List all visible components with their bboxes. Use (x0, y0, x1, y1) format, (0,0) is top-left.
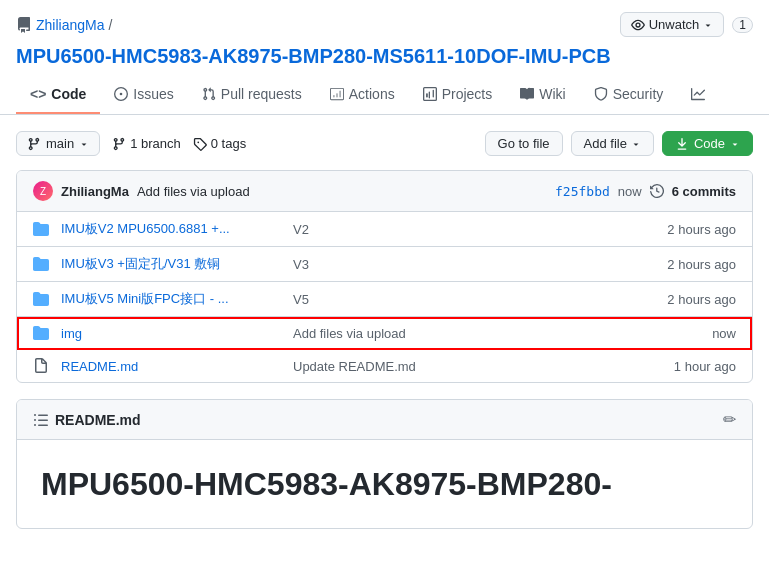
code-icon: <> (30, 86, 46, 102)
security-icon (594, 87, 608, 101)
code-button[interactable]: Code (662, 131, 753, 156)
tab-wiki[interactable]: Wiki (506, 76, 579, 114)
readme-header: README.md ✏ (17, 400, 752, 440)
chevron-add-icon (631, 139, 641, 149)
tag-icon (193, 137, 207, 151)
tab-code-label: Code (51, 86, 86, 102)
unwatch-label: Unwatch (649, 17, 700, 32)
readme-edit-button[interactable]: ✏ (723, 410, 736, 429)
branch-bar: main 1 branch 0 tags Go to file Add file (16, 131, 753, 156)
file-desc-2: V5 (293, 292, 624, 307)
commit-info-right: f25fbbd now 6 commits (555, 184, 736, 199)
folder-icon (33, 291, 49, 307)
file-time-img: now (636, 326, 736, 341)
folder-icon (33, 221, 49, 237)
file-row: IMU板V2 MPU6500.6881 +... V2 2 hours ago (17, 212, 752, 247)
unwatch-group: Unwatch 1 (620, 12, 753, 37)
readme-section: README.md ✏ MPU6500-HMC5983-AK8975-BMP28… (16, 399, 753, 529)
file-row: IMU板V5 Mini版FPC接口 - ... V5 2 hours ago (17, 282, 752, 317)
projects-icon (423, 87, 437, 101)
branch-count-label: 1 branch (130, 136, 181, 151)
unwatch-count: 1 (732, 17, 753, 33)
repo-slash: / (108, 17, 112, 33)
file-icon (33, 358, 49, 374)
tab-insights[interactable] (677, 77, 724, 113)
commit-hash[interactable]: f25fbbd (555, 184, 610, 199)
chevron-code-icon (730, 139, 740, 149)
branch-bar-right: Go to file Add file Code (485, 131, 753, 156)
file-time-2: 2 hours ago (636, 292, 736, 307)
goto-file-button[interactable]: Go to file (485, 131, 563, 156)
branch-count[interactable]: 1 branch (112, 136, 181, 151)
tab-projects[interactable]: Projects (409, 76, 507, 114)
file-time-readme: 1 hour ago (636, 359, 736, 374)
file-row-img: img Add files via upload now (17, 317, 752, 350)
repo-owner[interactable]: ZhiliangMa (36, 17, 104, 33)
readme-heading: MPU6500-HMC5983-AK8975-BMP280- (41, 464, 728, 504)
commits-count: 6 commits (672, 184, 736, 199)
commit-time: now (618, 184, 642, 199)
branch-name: main (46, 136, 74, 151)
file-time-0: 2 hours ago (636, 222, 736, 237)
readme-title: README.md (33, 412, 141, 428)
file-time-1: 2 hours ago (636, 257, 736, 272)
chevron-down-icon (703, 20, 713, 30)
commit-message: Add files via upload (137, 184, 250, 199)
commits-link[interactable]: 6 commits (672, 184, 736, 199)
tab-actions[interactable]: Actions (316, 76, 409, 114)
chevron-branch-icon (79, 139, 89, 149)
branch-count-icon (112, 137, 126, 151)
download-icon (675, 137, 689, 151)
add-file-button[interactable]: Add file (571, 131, 654, 156)
tab-issues-label: Issues (133, 86, 173, 102)
tab-issues[interactable]: Issues (100, 76, 187, 114)
page: ZhiliangMa / Unwatch 1 MPU6500-HMC5983-A… (0, 0, 769, 569)
tab-pullrequests-label: Pull requests (221, 86, 302, 102)
file-desc-img: Add files via upload (293, 326, 624, 341)
nav-tabs: <> Code Issues Pull requests Actions Pro… (16, 76, 753, 114)
file-name-0[interactable]: IMU板V2 MPU6500.6881 +... (61, 220, 281, 238)
tab-security[interactable]: Security (580, 76, 678, 114)
file-row: IMU板V3 +固定孔/V31 敷铜 V3 2 hours ago (17, 247, 752, 282)
commit-author[interactable]: ZhiliangMa (61, 184, 129, 199)
readme-content: MPU6500-HMC5983-AK8975-BMP280- (17, 440, 752, 528)
tag-count-label: 0 tags (211, 136, 246, 151)
tab-wiki-label: Wiki (539, 86, 565, 102)
repo-header: ZhiliangMa / Unwatch 1 MPU6500-HMC5983-A… (0, 0, 769, 115)
branch-icon (27, 137, 41, 151)
unwatch-button[interactable]: Unwatch (620, 12, 725, 37)
repo-content: main 1 branch 0 tags Go to file Add file (0, 115, 769, 545)
folder-icon (33, 256, 49, 272)
history-icon (650, 184, 664, 198)
tab-code[interactable]: <> Code (16, 76, 100, 114)
wiki-icon (520, 87, 534, 101)
folder-img-icon (33, 325, 49, 341)
repo-icon (16, 17, 32, 33)
tag-count[interactable]: 0 tags (193, 136, 246, 151)
list-icon (33, 412, 49, 428)
tab-actions-label: Actions (349, 86, 395, 102)
repo-breadcrumb: ZhiliangMa / Unwatch 1 (16, 12, 753, 37)
tab-pullrequests[interactable]: Pull requests (188, 76, 316, 114)
file-row-readme: README.md Update README.md 1 hour ago (17, 350, 752, 382)
file-desc-readme: Update README.md (293, 359, 624, 374)
pullrequest-icon (202, 87, 216, 101)
branch-selector[interactable]: main (16, 131, 100, 156)
file-name-img[interactable]: img (61, 326, 281, 341)
file-table: Z ZhiliangMa Add files via upload f25fbb… (16, 170, 753, 383)
tab-projects-label: Projects (442, 86, 493, 102)
file-desc-0: V2 (293, 222, 624, 237)
file-name-2[interactable]: IMU板V5 Mini版FPC接口 - ... (61, 290, 281, 308)
insights-icon (691, 87, 705, 101)
code-button-label: Code (694, 136, 725, 151)
file-name-1[interactable]: IMU板V3 +固定孔/V31 敷铜 (61, 255, 281, 273)
tab-security-label: Security (613, 86, 664, 102)
actions-icon (330, 87, 344, 101)
branch-bar-left: main 1 branch 0 tags (16, 131, 246, 156)
issues-icon (114, 87, 128, 101)
avatar: Z (33, 181, 53, 201)
readme-title-label: README.md (55, 412, 141, 428)
file-desc-1: V3 (293, 257, 624, 272)
file-name-readme[interactable]: README.md (61, 359, 281, 374)
repo-name[interactable]: MPU6500-HMC5983-AK8975-BMP280-MS5611-10D… (16, 45, 753, 68)
